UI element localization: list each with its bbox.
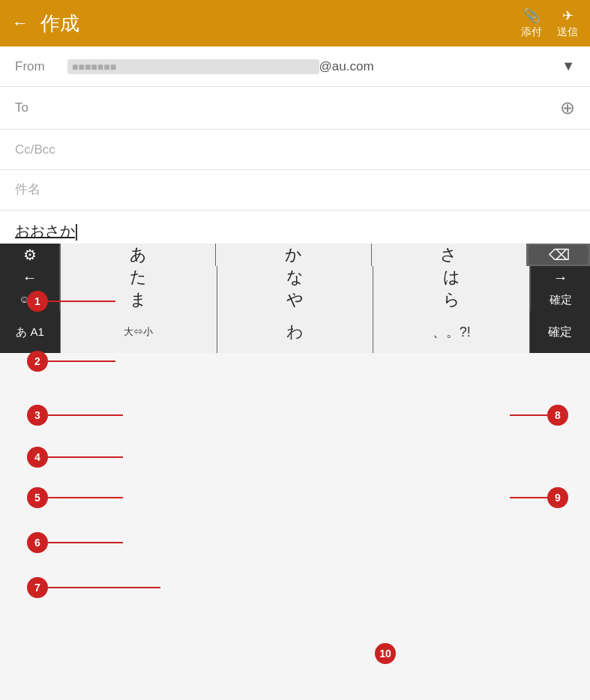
send-label: 送信 bbox=[557, 25, 578, 39]
annotation-line-3 bbox=[48, 414, 123, 416]
keyboard-row-3: ☺記 ま や ら 確定 bbox=[0, 289, 590, 311]
body-underline-text: おおさか bbox=[15, 223, 75, 239]
kakutei-upper[interactable]: 確定 bbox=[530, 289, 590, 311]
annotation-5: 5 bbox=[27, 487, 48, 508]
key-sa[interactable]: さ bbox=[372, 244, 526, 266]
dakuten-label: 大⇔小 bbox=[124, 325, 153, 339]
key-ra[interactable]: ら bbox=[373, 289, 529, 311]
right-arrow-icon: → bbox=[553, 269, 568, 286]
text-cursor bbox=[76, 224, 77, 241]
attach-icon: 📎 bbox=[523, 7, 540, 24]
annotation-2: 2 bbox=[27, 351, 48, 372]
cc-label: Cc/Bcc bbox=[15, 142, 55, 157]
keyboard-row-2: ← た な は → bbox=[0, 266, 590, 289]
from-row: From ■■■■■■■ @au.com ▼ bbox=[0, 46, 590, 87]
from-value-blurred: ■■■■■■■ bbox=[67, 59, 319, 74]
kakutei-bottom-label: 確定 bbox=[548, 325, 572, 340]
settings-icon: ⚙ bbox=[23, 246, 37, 264]
backspace-icon: ⌫ bbox=[549, 246, 570, 264]
kakutei-key[interactable]: 確定 bbox=[530, 311, 590, 353]
cc-row[interactable]: Cc/Bcc bbox=[0, 130, 590, 170]
annotation-line-1 bbox=[48, 301, 115, 302]
kakutei-label: 確定 bbox=[550, 293, 572, 307]
keyboard-inner: ⚙ あ か さ ⌫ ← た な は → bbox=[0, 244, 590, 353]
header: ← 作成 📎 添付 ✈ 送信 bbox=[0, 0, 590, 46]
from-dropdown-icon[interactable]: ▼ bbox=[562, 58, 575, 74]
key-ma[interactable]: ま bbox=[61, 289, 217, 311]
to-row[interactable]: To ⊕ bbox=[0, 87, 590, 130]
annotation-4: 4 bbox=[27, 447, 48, 468]
dakuten-key[interactable]: 大⇔小 bbox=[61, 311, 217, 353]
key-wa[interactable]: わ bbox=[217, 311, 373, 353]
annotation-line-8 bbox=[510, 414, 547, 416]
annotation-8: 8 bbox=[547, 405, 568, 426]
from-email: @au.com bbox=[319, 59, 562, 74]
body-text: おおさか bbox=[15, 223, 77, 239]
annotation-3: 3 bbox=[27, 405, 48, 426]
subject-placeholder: 件名 bbox=[15, 182, 40, 196]
back-button[interactable]: ← bbox=[12, 13, 28, 33]
annotation-line-7 bbox=[48, 587, 160, 588]
annotation-line-4 bbox=[48, 456, 123, 458]
key-na[interactable]: な bbox=[217, 266, 373, 289]
left-arrow-icon: ← bbox=[22, 269, 37, 286]
annotation-1: 1 bbox=[27, 291, 48, 312]
annotation-10: 10 bbox=[375, 643, 396, 664]
key-a[interactable]: あ bbox=[61, 244, 215, 266]
backspace-key[interactable]: ⌫ bbox=[529, 245, 589, 265]
key-ha[interactable]: は bbox=[373, 266, 529, 289]
annotation-9: 9 bbox=[547, 487, 568, 508]
lang-label: あ A1 bbox=[16, 325, 44, 340]
left-arrow-key[interactable]: ← bbox=[0, 266, 60, 289]
from-label: From bbox=[15, 59, 67, 74]
annotation-line-9 bbox=[510, 497, 547, 498]
lang-key[interactable]: あ A1 bbox=[0, 311, 60, 353]
add-recipient-button[interactable]: ⊕ bbox=[560, 97, 575, 118]
email-form: From ■■■■■■■ @au.com ▼ To ⊕ Cc/Bcc 件名 bbox=[0, 46, 590, 211]
send-button[interactable]: ✈ 送信 bbox=[557, 7, 578, 39]
key-ya[interactable]: や bbox=[217, 289, 373, 311]
settings-key[interactable]: ⚙ bbox=[0, 244, 60, 266]
annotation-line-2 bbox=[48, 360, 115, 362]
keyboard-row-4: あ A1 大⇔小 わ 、。?! 確定 bbox=[0, 311, 590, 353]
right-arrow-key[interactable]: → bbox=[530, 266, 590, 289]
attach-button[interactable]: 📎 添付 bbox=[521, 7, 542, 39]
annotation-line-6 bbox=[48, 542, 123, 543]
annotation-6: 6 bbox=[27, 532, 48, 553]
annotation-line-5 bbox=[48, 497, 123, 498]
subject-row[interactable]: 件名 bbox=[0, 170, 590, 211]
key-ka[interactable]: か bbox=[216, 244, 370, 266]
attach-label: 添付 bbox=[521, 25, 542, 39]
to-label: To bbox=[15, 100, 67, 115]
keyboard-row-1: ⚙ あ か さ ⌫ bbox=[0, 244, 590, 266]
page-title: 作成 bbox=[40, 10, 521, 37]
header-actions: 📎 添付 ✈ 送信 bbox=[521, 7, 578, 39]
key-punct[interactable]: 、。?! bbox=[373, 311, 529, 353]
key-ta[interactable]: た bbox=[61, 266, 217, 289]
annotation-7: 7 bbox=[27, 577, 48, 598]
send-icon: ✈ bbox=[562, 7, 574, 24]
